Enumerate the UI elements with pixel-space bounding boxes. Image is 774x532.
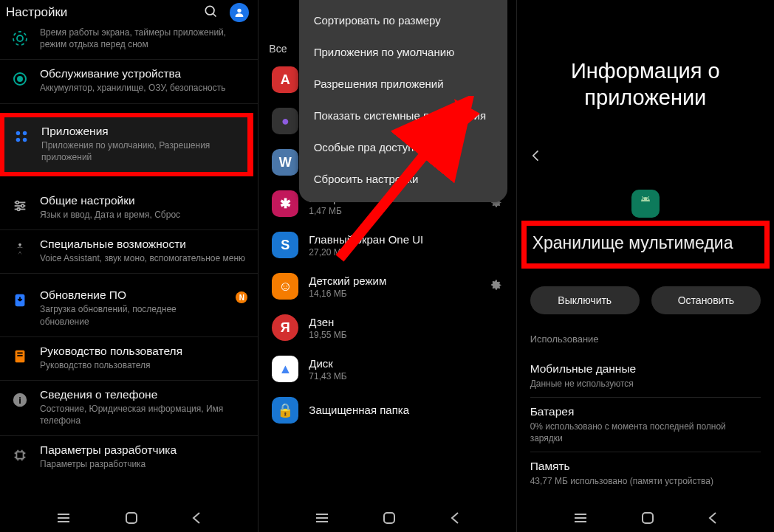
settings-title: Настройки (6, 5, 67, 20)
settings-item-maintenance[interactable]: Обслуживание устройства Аккумулятор, хра… (0, 60, 258, 103)
settings-item-accessibility[interactable]: Специальные возможности Voice Assistant,… (0, 230, 258, 274)
nav-recent[interactable] (315, 513, 329, 523)
app-icon: ☺ (272, 273, 298, 300)
nav-home[interactable] (383, 511, 396, 525)
settings-item-label: Общие настройки (40, 194, 247, 207)
gear-icon[interactable] (488, 277, 503, 295)
menu-item-3[interactable]: Показать системные приложения (299, 100, 507, 131)
nav-bar (258, 504, 516, 532)
apps-icon (12, 127, 31, 146)
svg-point-9 (16, 137, 21, 142)
nav-recent[interactable] (573, 513, 588, 523)
nav-home[interactable] (125, 511, 138, 525)
usage-desc: 0% использовано с момента последней полн… (530, 421, 761, 444)
settings-item-manual[interactable]: Руководство пользователя Руководство пол… (0, 337, 258, 381)
svg-line-38 (642, 196, 643, 198)
svg-rect-32 (384, 513, 394, 523)
appinfo-name: Хранилище мультимедиа (532, 233, 757, 253)
app-icon: 🔒 (272, 397, 298, 424)
android-icon (631, 190, 660, 218)
nav-back[interactable] (708, 511, 718, 525)
back-icon[interactable] (529, 153, 544, 165)
svg-point-14 (16, 201, 19, 204)
menu-item-0[interactable]: Сортировать по размеру (299, 4, 507, 36)
stop-button[interactable]: Остановить (651, 286, 761, 314)
svg-point-7 (16, 131, 21, 135)
menu-item-5[interactable]: Сбросить настройки (299, 163, 507, 195)
manual-icon (10, 347, 30, 366)
settings-list: Время работы экрана, таймеры приложений,… (0, 25, 258, 479)
nav-bar (517, 504, 774, 532)
svg-line-39 (648, 196, 649, 198)
settings-item-desc: Параметры разработчика (40, 458, 247, 470)
appinfo-name-box: Хранилище мультимедиа (521, 221, 770, 269)
app-icon: А (272, 66, 298, 93)
settings-item-label: Обслуживание устройства (40, 67, 247, 80)
usage-item[interactable]: Мобильные данныеДанные не используются (530, 355, 761, 397)
update-badge: N (236, 291, 247, 303)
app-size: 27,20 МБ (309, 247, 502, 258)
app-name: Защищенная папка (309, 404, 502, 416)
settings-screen: Настройки Время работы экрана, таймеры п… (0, 0, 258, 532)
usage-item[interactable]: Память43,77 МБ использовано (памяти устр… (530, 452, 761, 494)
settings-item-label: Сведения о телефоне (40, 388, 247, 401)
settings-item-desc: Время работы экрана, таймеры приложений,… (40, 27, 247, 50)
app-icon: ● (272, 108, 298, 134)
svg-point-0 (206, 6, 215, 15)
svg-line-1 (213, 14, 216, 17)
settings-header: Настройки (0, 0, 258, 25)
usage-title: Мобильные данные (530, 362, 761, 376)
settings-item-desc: Voice Assistant, звук моно, вспомогатель… (40, 252, 247, 264)
disable-button[interactable]: Выключить (530, 286, 640, 314)
settings-item-label: Параметры разработчика (40, 443, 247, 457)
settings-item-label: Приложения (41, 125, 240, 138)
menu-item-4[interactable]: Особые пра доступа (299, 131, 507, 163)
svg-point-6 (18, 77, 22, 81)
app-item[interactable]: ▲Диск71,43 МБ (258, 348, 516, 390)
app-item[interactable]: 🔒Защищенная папка (258, 390, 516, 431)
maintenance-icon (10, 69, 30, 89)
apps-menu-dropdown: Сортировать по размеруПриложения по умол… (299, 0, 507, 202)
app-icon: S (272, 232, 298, 258)
svg-text:i: i (18, 394, 21, 405)
app-name: Главный экран One UI (309, 233, 502, 246)
settings-item-desc: Руководство пользователя (40, 359, 247, 371)
search-icon[interactable] (203, 4, 218, 21)
app-item[interactable]: ☺Детский режим14,16 МБ (258, 266, 516, 307)
nav-home[interactable] (641, 511, 654, 525)
settings-item-developer[interactable]: Параметры разработчика Параметры разрабо… (0, 436, 258, 479)
svg-point-16 (17, 208, 20, 211)
menu-item-2[interactable]: Разрешения приложений (299, 68, 507, 100)
settings-item-about[interactable]: i Сведения о телефоне Состояние, Юридиче… (0, 381, 258, 436)
app-icon: ✱ (272, 190, 298, 217)
app-item[interactable]: SГлавный экран One UI27,20 МБ (258, 224, 516, 266)
sliders-icon (10, 196, 30, 215)
nav-bar (0, 504, 258, 532)
svg-point-10 (23, 137, 27, 142)
dev-icon (10, 446, 30, 465)
nav-recent[interactable] (56, 513, 71, 523)
svg-point-37 (647, 198, 648, 200)
appinfo-screen: Информация о приложении Хранилище мульти… (516, 0, 774, 532)
accessibility-icon (10, 240, 30, 259)
appinfo-title: Информация о приложении (517, 0, 774, 148)
settings-item-wellbeing[interactable]: Время работы экрана, таймеры приложений,… (0, 27, 258, 60)
app-name: Детский режим (309, 274, 477, 287)
svg-point-17 (18, 243, 21, 246)
info-icon: i (10, 390, 30, 410)
nav-back[interactable] (191, 511, 202, 525)
app-name: Диск (309, 357, 502, 370)
settings-item-update[interactable]: Обновление ПО Загрузка обновлений, после… (0, 281, 258, 336)
nav-back[interactable] (450, 511, 460, 525)
svg-point-15 (21, 204, 24, 207)
settings-item-apps[interactable]: Приложения Приложения по умолчанию, Разр… (0, 113, 253, 176)
settings-item-desc: Состояние, Юридическая информация, Имя т… (40, 403, 247, 426)
settings-item-general[interactable]: Общие настройки Язык и ввод, Дата и врем… (0, 187, 258, 230)
usage-item[interactable]: Батарея0% использовано с момента последн… (530, 397, 761, 452)
menu-item-1[interactable]: Приложения по умолчанию (299, 36, 507, 68)
app-item[interactable]: ЯДзен19,55 МБ (258, 307, 516, 348)
svg-rect-20 (17, 352, 22, 353)
settings-item-label: Специальные возможности (40, 238, 247, 251)
profile-icon[interactable] (230, 3, 249, 22)
svg-rect-28 (126, 513, 137, 523)
